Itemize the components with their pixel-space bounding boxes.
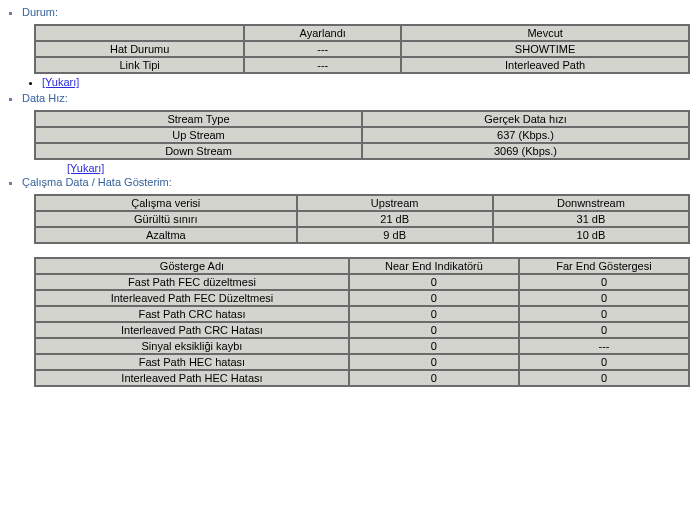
cell-near: 0 [349, 290, 519, 306]
cell-value: 3069 (Kbps.) [362, 143, 689, 159]
table-durum: Ayarlandı Mevcut Hat Durumu --- SHOWTIME… [34, 24, 690, 74]
cell-value: 637 (Kbps.) [362, 127, 689, 143]
cell-name: Interleaved Path HEC Hatası [35, 370, 349, 386]
cell-far: 0 [519, 354, 689, 370]
cell-far: 0 [519, 322, 689, 338]
cell-name: Hat Durumu [35, 41, 244, 57]
table-row: Fast Path HEC hatası 0 0 [35, 354, 689, 370]
table-row: Interleaved Path HEC Hatası 0 0 [35, 370, 689, 386]
header-rate: Gerçek Data hızı [362, 111, 689, 127]
cell-name: Down Stream [35, 143, 362, 159]
section-datahiz-label: Data Hız: [22, 92, 68, 104]
cell-far: --- [519, 338, 689, 354]
header-far: Far End Göstergesi [519, 258, 689, 274]
cell-name: Fast Path HEC hatası [35, 354, 349, 370]
table-row: Interleaved Path CRC Hatası 0 0 [35, 322, 689, 338]
table-row: Gürültü sınırı 21 dB 31 dB [35, 211, 689, 227]
table-row: Up Stream 637 (Kbps.) [35, 127, 689, 143]
table-datahiz: Stream Type Gerçek Data hızı Up Stream 6… [34, 110, 690, 160]
cell-far: 0 [519, 274, 689, 290]
cell-up: 9 dB [297, 227, 493, 243]
table-calisma: Çalışma verisi Upstream Donwnstream Gürü… [34, 194, 690, 244]
cell-near: 0 [349, 354, 519, 370]
cell-name: Fast Path FEC düzeltmesi [35, 274, 349, 290]
header-up: Upstream [297, 195, 493, 211]
cell-set: --- [244, 57, 401, 73]
cell-name: Azaltma [35, 227, 297, 243]
cell-name: Gürültü sınırı [35, 211, 297, 227]
table-row: Sinyal eksikliği kaybı 0 --- [35, 338, 689, 354]
table-row: Stream Type Gerçek Data hızı [35, 111, 689, 127]
cell-far: 0 [519, 370, 689, 386]
cell-down: 10 dB [493, 227, 689, 243]
table-row: Ayarlandı Mevcut [35, 25, 689, 41]
cell-blank [35, 25, 244, 41]
up-link-datahiz[interactable]: [Yukarı] [67, 162, 104, 174]
cell-down: 31 dB [493, 211, 689, 227]
section-calisma-label: Çalışma Data / Hata Gösterim: [22, 176, 172, 188]
cell-name: Fast Path CRC hatası [35, 306, 349, 322]
header-indicator: Gösterge Adı [35, 258, 349, 274]
table-row: Interleaved Path FEC Düzeltmesi 0 0 [35, 290, 689, 306]
table-row: Azaltma 9 dB 10 dB [35, 227, 689, 243]
cell-near: 0 [349, 322, 519, 338]
header-near: Near End Indikatörü [349, 258, 519, 274]
header-stream: Stream Type [35, 111, 362, 127]
table-gosterge: Gösterge Adı Near End Indikatörü Far End… [34, 257, 690, 387]
cell-near: 0 [349, 274, 519, 290]
cell-current: Interleaved Path [401, 57, 689, 73]
cell-set: --- [244, 41, 401, 57]
cell-up: 21 dB [297, 211, 493, 227]
cell-name: Link Tipi [35, 57, 244, 73]
table-row: Gösterge Adı Near End Indikatörü Far End… [35, 258, 689, 274]
header-set: Ayarlandı [244, 25, 401, 41]
cell-near: 0 [349, 338, 519, 354]
cell-current: SHOWTIME [401, 41, 689, 57]
header-working: Çalışma verisi [35, 195, 297, 211]
cell-name: Sinyal eksikliği kaybı [35, 338, 349, 354]
cell-name: Interleaved Path FEC Düzeltmesi [35, 290, 349, 306]
cell-far: 0 [519, 306, 689, 322]
section-durum-label: Durum: [22, 6, 58, 18]
cell-far: 0 [519, 290, 689, 306]
header-down: Donwnstream [493, 195, 689, 211]
table-row: Fast Path FEC düzeltmesi 0 0 [35, 274, 689, 290]
header-current: Mevcut [401, 25, 689, 41]
table-row: Link Tipi --- Interleaved Path [35, 57, 689, 73]
cell-name: Up Stream [35, 127, 362, 143]
cell-name: Interleaved Path CRC Hatası [35, 322, 349, 338]
cell-near: 0 [349, 306, 519, 322]
table-row: Fast Path CRC hatası 0 0 [35, 306, 689, 322]
table-row: Down Stream 3069 (Kbps.) [35, 143, 689, 159]
table-row: Hat Durumu --- SHOWTIME [35, 41, 689, 57]
table-row: Çalışma verisi Upstream Donwnstream [35, 195, 689, 211]
up-link-durum[interactable]: [Yukarı] [42, 76, 79, 88]
cell-near: 0 [349, 370, 519, 386]
